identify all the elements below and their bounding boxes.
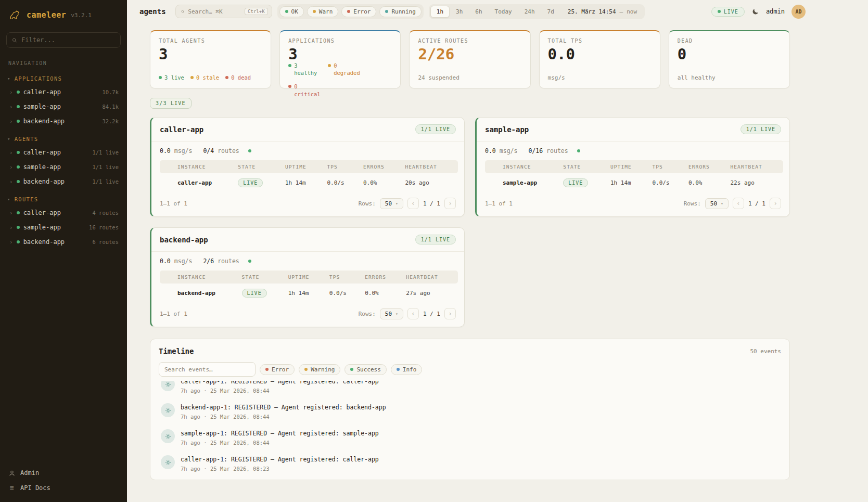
filter-warn-pill[interactable]: Warn (307, 6, 339, 17)
timeline-panel: Timeline 50 events Error Warning Success (150, 339, 790, 480)
filter-running-pill[interactable]: Running (379, 6, 421, 17)
meta-label: 3 live (164, 74, 184, 81)
errors-cell: 0.0% (361, 284, 402, 303)
sidebar-filter[interactable] (6, 32, 121, 48)
prev-page-button[interactable]: ‹ (407, 308, 419, 319)
timeline-search-input[interactable] (164, 366, 250, 373)
menu-icon: ≡ (8, 484, 16, 492)
item-badge: 16 routes (89, 224, 119, 230)
table-row[interactable]: sample-app LIVE 1h 14m 0.0/s 0.0% 22s ag… (485, 173, 783, 192)
success-dot (350, 368, 353, 371)
global-search-input[interactable] (188, 8, 241, 15)
filter-error-pill[interactable]: Error (341, 6, 376, 17)
stat-title: TOTAL TPS (548, 38, 652, 44)
item-label: caller-app (23, 209, 61, 216)
event-text: caller-app-1: REGISTERED — Agent registe… (181, 455, 379, 463)
sidebar-item-routes-sample-app[interactable]: › sample-app 16 routes (0, 220, 127, 235)
range-7d-button[interactable]: 7d (541, 6, 560, 18)
sidebar-item-agents-caller-app[interactable]: › caller-app 1/1 live (0, 145, 127, 160)
row-range-label: 1–1 of 1 (485, 200, 513, 207)
sidebar-item-routes-caller-app[interactable]: › caller-app 4 routes (0, 205, 127, 220)
panel-caller-app: caller-app 1/1 LIVE 0.0 msg/s 0/4 routes… (150, 117, 465, 217)
section-agents[interactable]: ▾ AGENTS (0, 128, 127, 145)
column-header: INSTANCE (173, 160, 234, 173)
timeline-filter-info-pill[interactable]: Info (391, 364, 423, 375)
sidebar-item-applications-backend-app[interactable]: › backend-app 32.2k (0, 114, 127, 128)
filter-label: OK (291, 8, 298, 15)
live-count-badge: 3/3 LIVE (150, 98, 192, 109)
topbar: agents Ctrl+K OK Warn Error Ru (127, 0, 868, 23)
instances-table: INSTANCE STATE UPTIME TPS ERRORS HEARTBE… (160, 271, 458, 303)
section-routes[interactable]: ▾ ROUTES (0, 189, 127, 205)
timeline-event[interactable]: sample-app-1: REGISTERED — Agent registe… (159, 424, 781, 450)
sidebar-item-routes-backend-app[interactable]: › backend-app 6 routes (0, 235, 127, 249)
prev-page-button[interactable]: ‹ (733, 198, 744, 209)
range-24h-button[interactable]: 24h (518, 6, 541, 18)
column-header: UPTIME (284, 271, 325, 284)
table-row[interactable]: backend-app LIVE 1h 14m 0.0/s 0.0% 27s a… (160, 284, 458, 303)
caret-down-icon: ▾ (395, 312, 398, 316)
column-header: TPS (325, 271, 361, 284)
page-indicator: 1 / 1 (748, 200, 765, 207)
range-today-button[interactable]: Today (489, 6, 518, 18)
panel-live-badge: 1/1 LIVE (415, 235, 456, 244)
timeline-filter-error-pill[interactable]: Error (260, 364, 295, 375)
rows-per-page-select[interactable]: 50 ▾ (705, 198, 729, 209)
stat-value: 0.0 (548, 47, 652, 62)
sidebar-item-agents-sample-app[interactable]: › sample-app 1/1 live (0, 160, 127, 174)
next-page-button[interactable]: › (770, 198, 781, 209)
chevron-right-icon: › (9, 89, 13, 96)
theme-toggle-button[interactable] (751, 8, 759, 16)
item-label: sample-app (23, 103, 61, 110)
next-page-button[interactable]: › (444, 198, 456, 209)
chevron-right-icon: › (9, 178, 13, 185)
rows-per-page-select[interactable]: 50 ▾ (380, 308, 403, 319)
timeline-filter-success-pill[interactable]: Success (344, 364, 386, 375)
rows-per-page-select[interactable]: 50 ▾ (380, 198, 403, 209)
caret-down-icon: ▾ (395, 201, 398, 206)
sidebar-item-admin[interactable]: Admin (8, 469, 119, 477)
user-avatar[interactable]: AD (792, 5, 806, 19)
sidebar: cameleer v3.2.1 NAVIGATION ▾ APPLICATION… (0, 0, 127, 502)
range-end: now (627, 8, 637, 15)
sidebar-item-applications-caller-app[interactable]: › caller-app 10.7k (0, 85, 127, 99)
sidebar-filter-input[interactable] (21, 36, 115, 44)
panel-stats: 0.0 msg/s 0/4 routes (151, 141, 464, 159)
routes-value: 0/4 (203, 147, 214, 155)
global-search[interactable]: Ctrl+K (175, 5, 272, 18)
stat-value: 3 (159, 47, 262, 62)
item-badge: 32.2k (102, 118, 119, 124)
range-6h-button[interactable]: 6h (469, 6, 488, 18)
stat-title: DEAD (678, 38, 781, 44)
table-row[interactable]: caller-app LIVE 1h 14m 0.0/s 0.0% 20s ag… (160, 173, 458, 192)
range-3h-button[interactable]: 3h (450, 6, 469, 18)
timeline-filter-warning-pill[interactable]: Warning (299, 364, 340, 375)
timeline-event[interactable]: caller-app-1: REGISTERED — Agent registe… (159, 450, 781, 477)
timeline-event-list[interactable]: caller-app-1: REGISTERED — Agent registe… (159, 381, 781, 480)
timeline-event[interactable]: backend-app-1: REGISTERED — Agent regist… (159, 398, 781, 424)
filter-label: Error (272, 366, 289, 373)
next-page-button[interactable]: › (444, 308, 456, 319)
panel-header: backend-app 1/1 LIVE (151, 228, 464, 252)
section-applications[interactable]: ▾ APPLICATIONS (0, 68, 127, 85)
range-1h-button[interactable]: 1h (430, 6, 450, 18)
sidebar-item-api-docs[interactable]: ≡ API Docs (8, 484, 119, 492)
routes-label: routes (218, 258, 239, 265)
filter-ok-pill[interactable]: OK (279, 6, 304, 17)
column-header: INSTANCE (499, 160, 559, 173)
status-dot (17, 91, 20, 94)
timeline-event[interactable]: caller-app-1: REGISTERED — Agent registe… (159, 381, 781, 398)
stat-value: 0 (678, 47, 781, 62)
tps-cell: 0.0/s (325, 284, 361, 303)
timeline-search[interactable] (159, 362, 256, 377)
gear-icon (165, 433, 171, 440)
prev-page-button[interactable]: ‹ (407, 198, 419, 209)
sidebar-item-applications-sample-app[interactable]: › sample-app 84.1k (0, 99, 127, 114)
stat-title: TOTAL AGENTS (159, 38, 262, 44)
section-label: APPLICATIONS (15, 75, 62, 82)
sidebar-item-agents-backend-app[interactable]: › backend-app 1/1 live (0, 174, 127, 189)
filter-label: Info (403, 366, 417, 373)
status-filter-group: OK Warn Error Running (277, 4, 424, 19)
routes-label: routes (218, 147, 239, 155)
dot-column-header (485, 160, 499, 173)
